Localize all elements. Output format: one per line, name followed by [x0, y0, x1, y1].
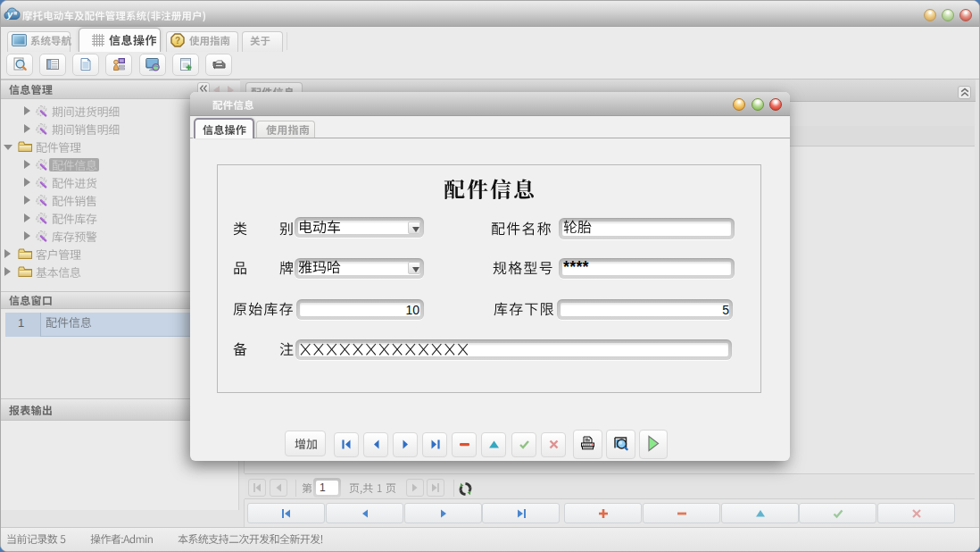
svg-text:?: ? [175, 36, 180, 46]
svg-text:y: y [6, 9, 13, 20]
